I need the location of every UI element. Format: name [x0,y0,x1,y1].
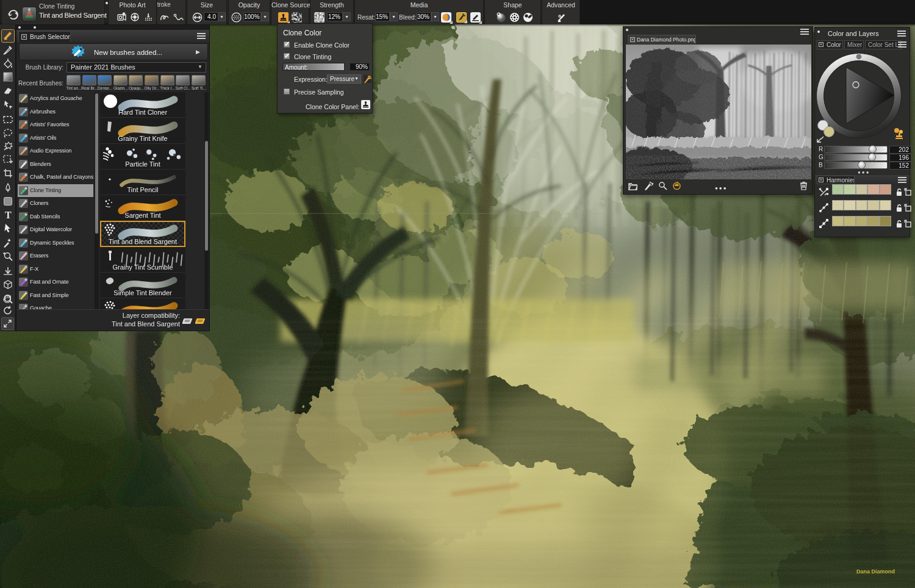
svg-text:T: T [5,210,12,220]
svg-text:Dana Diamond: Dana Diamond [856,568,895,575]
